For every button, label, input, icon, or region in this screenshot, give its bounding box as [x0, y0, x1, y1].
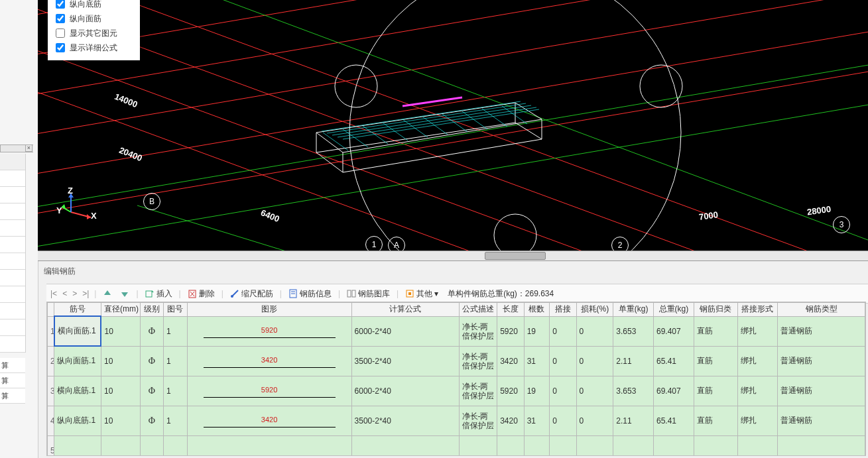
delete-button[interactable]: 删除: [185, 287, 217, 301]
cell-uw[interactable]: 3.653: [613, 316, 654, 346]
cell-fig[interactable]: 1: [164, 346, 187, 376]
cell-formula[interactable]: 3500-2*40: [351, 346, 459, 376]
th[interactable]: 钢筋归类: [694, 303, 737, 317]
th[interactable]: 损耗(%): [576, 303, 613, 317]
cell-lapf[interactable]: 绑扎: [737, 316, 778, 346]
th[interactable]: 单重(kg): [613, 303, 654, 317]
rebar-table[interactable]: 筋号 直径(mm) 级别 图号 图形 计算公式 公式描述 长度 根数 搭接 损耗…: [47, 302, 865, 456]
cell-cat[interactable]: 直筋: [694, 376, 737, 406]
cell-cat[interactable]: 直筋: [694, 406, 737, 435]
cell-uw[interactable]: 3.653: [613, 376, 654, 406]
checkbox-show-formula[interactable]: [56, 43, 65, 52]
checkbox-row[interactable]: 显示详细公式: [53, 40, 135, 55]
cell-name[interactable]: 纵向面筋.1: [54, 346, 101, 376]
left-row[interactable]: [0, 319, 25, 336]
cell-desc[interactable]: 净长-两倍保护层: [459, 346, 497, 376]
down-icon[interactable]: [117, 288, 132, 300]
cell-tw[interactable]: 69.407: [654, 376, 694, 406]
th[interactable]: 搭接形式: [737, 303, 778, 317]
th[interactable]: 计算公式: [351, 303, 459, 317]
cell-shape[interactable]: 3420: [187, 406, 351, 435]
cell-desc[interactable]: 净长-两倍保护层: [459, 406, 497, 435]
nav-first-button[interactable]: |<: [49, 289, 58, 298]
left-row[interactable]: [0, 170, 25, 187]
cell-len[interactable]: 3420: [497, 346, 524, 376]
cell-tw[interactable]: 65.41: [654, 346, 694, 376]
left-row[interactable]: [0, 336, 25, 353]
th[interactable]: 长度: [497, 303, 524, 317]
cell-lapf[interactable]: 绑扎: [737, 376, 778, 406]
checkbox-show-others[interactable]: [56, 29, 65, 38]
cell-len[interactable]: 3420: [497, 406, 524, 435]
th[interactable]: 根数: [524, 303, 549, 317]
th[interactable]: 图形: [187, 303, 351, 317]
cell-formula[interactable]: 6000-2*40: [351, 376, 459, 406]
cell-cat[interactable]: 直筋: [694, 346, 737, 376]
cell-dia[interactable]: 10: [101, 346, 140, 376]
cell-lapf[interactable]: 绑扎: [737, 346, 778, 376]
cell-grade[interactable]: Φ: [140, 346, 163, 376]
table-row[interactable]: 1横向面筋.110Φ159206000-2*40净长-两倍保护层59201900…: [48, 316, 865, 346]
th[interactable]: 筋号: [54, 303, 101, 317]
other-dropdown[interactable]: 其他 ▾: [403, 287, 441, 301]
insert-button[interactable]: 插入: [143, 287, 175, 301]
cell-dia[interactable]: 10: [101, 316, 140, 346]
left-row[interactable]: [0, 303, 25, 319]
cell-shape[interactable]: 5920: [187, 376, 351, 406]
cell-uw[interactable]: 2.11: [613, 406, 654, 435]
up-icon[interactable]: [100, 288, 115, 300]
nav-next-button[interactable]: >: [71, 289, 78, 298]
cell-dia[interactable]: 10: [101, 406, 140, 435]
checkbox-row[interactable]: 显示其它图元: [53, 26, 135, 40]
cell-name[interactable]: 纵向底筋.1: [54, 406, 101, 435]
cell-grade[interactable]: Φ: [140, 376, 163, 406]
left-row[interactable]: [0, 237, 25, 253]
cell-desc[interactable]: 净长-两倍保护层: [459, 376, 497, 406]
checkbox-top-bars[interactable]: [56, 14, 65, 23]
cell-fig[interactable]: 1: [164, 376, 187, 406]
left-row[interactable]: [0, 286, 25, 303]
left-row[interactable]: [0, 203, 25, 220]
table-row[interactable]: 3横向底筋.110Φ159206000-2*40净长-两倍保护层59201900…: [48, 376, 865, 406]
cell-loss[interactable]: 0: [576, 346, 613, 376]
cell-cnt[interactable]: 31: [524, 406, 549, 435]
nav-last-button[interactable]: >|: [81, 289, 90, 298]
cell-tw[interactable]: 69.407: [654, 316, 694, 346]
cell-type[interactable]: 普通钢筋: [778, 346, 865, 376]
cell-type[interactable]: 普通钢筋: [778, 406, 865, 435]
cell-lap[interactable]: 0: [550, 376, 576, 406]
rebar-library-button[interactable]: 钢筋图库: [344, 287, 393, 301]
cell-name[interactable]: 横向面筋.1: [54, 316, 101, 346]
cell-loss[interactable]: 0: [576, 316, 613, 346]
cell-cnt[interactable]: 31: [524, 346, 549, 376]
cell-lap[interactable]: 0: [550, 316, 576, 346]
table-row[interactable]: 4纵向底筋.110Φ134203500-2*40净长-两倍保护层34203100…: [48, 406, 865, 435]
viewport-hscrollbar[interactable]: [38, 251, 868, 261]
th[interactable]: 图号: [164, 303, 187, 317]
left-row[interactable]: [0, 220, 25, 237]
cell-fig[interactable]: 1: [164, 316, 187, 346]
cell-type[interactable]: 普通钢筋: [778, 316, 865, 346]
checkbox-row[interactable]: 纵向面筋: [53, 11, 135, 26]
cell-desc[interactable]: 净长-两倍保护层: [459, 316, 497, 346]
cell-lap[interactable]: 0: [550, 406, 576, 435]
left-row[interactable]: [0, 187, 25, 203]
checkbox-row[interactable]: 纵向底筋: [53, 0, 135, 11]
table-row-empty[interactable]: 5: [48, 435, 865, 456]
checkbox-bottom-bars[interactable]: [56, 0, 65, 9]
th[interactable]: 总重(kg): [654, 303, 694, 317]
nav-prev-button[interactable]: <: [61, 289, 68, 298]
cell-cnt[interactable]: 19: [524, 316, 549, 346]
table-row[interactable]: 2纵向面筋.110Φ134203500-2*40净长-两倍保护层34203100…: [48, 346, 865, 376]
th[interactable]: 直径(mm): [101, 303, 140, 317]
cell-name[interactable]: 横向底筋.1: [54, 376, 101, 406]
cell-tw[interactable]: 65.41: [654, 406, 694, 435]
cell-grade[interactable]: Φ: [140, 316, 163, 346]
cell-lapf[interactable]: 绑扎: [737, 406, 778, 435]
cell-uw[interactable]: 2.11: [613, 346, 654, 376]
cell-dia[interactable]: 10: [101, 376, 140, 406]
cell-formula[interactable]: 6000-2*40: [351, 316, 459, 346]
left-row[interactable]: [0, 270, 25, 286]
cell-grade[interactable]: Φ: [140, 406, 163, 435]
3d-viewport[interactable]: 14000 20400 6400 7000 28000 Z Y X B 1 A …: [38, 0, 868, 251]
